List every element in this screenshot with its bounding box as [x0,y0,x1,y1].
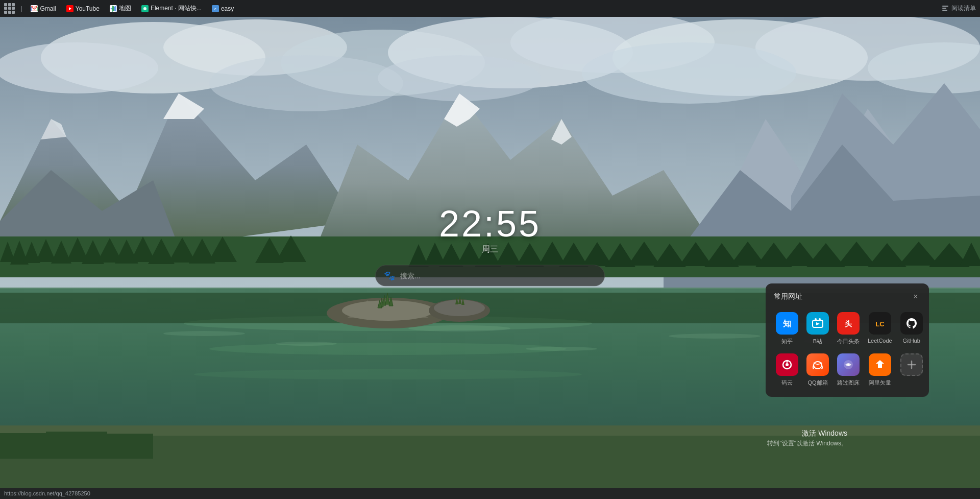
win-activate-subtitle: 转到"设置"以激活 Windows。 [767,439,847,448]
site-item-alicloud[interactable]: 阿里矢量 [866,351,894,389]
search-bar-container[interactable]: 🐾 [375,265,605,286]
search-paw-icon: 🐾 [384,270,395,281]
bilibili-icon [806,312,829,335]
svg-point-117 [847,364,849,366]
github-icon [900,312,923,335]
site-item-guochuang[interactable]: 路过图床 [835,351,862,389]
svg-point-70 [163,331,245,336]
svg-rect-92 [46,432,107,459]
svg-point-113 [786,363,789,366]
alicloud-icon [869,353,891,376]
svg-point-2 [0,42,158,93]
status-url-text: https://blog.csdn.net/qq_42785250 [4,490,90,496]
svg-marker-109 [816,322,820,325]
svg-point-72 [408,325,510,331]
svg-point-73 [526,347,597,351]
svg-point-107 [815,318,817,320]
bookmark-maps[interactable]: 地图 [106,3,135,14]
bookmark-gmail[interactable]: Gmail [27,4,59,14]
bilibili-label: B站 [813,338,822,345]
alicloud-label: 阿里矢量 [869,379,891,387]
panel-close-button[interactable]: × [911,292,921,302]
panel-header: 常用网址 × [774,292,921,302]
svg-text:LC: LC [875,320,885,328]
site-item-add[interactable]: + [898,351,925,389]
center-widget: 22:55 周三 🐾 [375,205,605,286]
site-item-muyun[interactable]: 码云 [774,351,800,389]
site-item-github[interactable]: GitHub [898,310,925,347]
windows-activation-notice: 激活 Windows 转到"设置"以激活 Windows。 [767,429,847,448]
svg-rect-104 [942,10,947,11]
site-item-toutiao[interactable]: 头 今日头条 [835,310,862,347]
site-item-bilibili[interactable]: B站 [804,310,831,347]
toutiao-label: 今日头条 [837,338,860,345]
reading-list-button[interactable]: 阅读清单 [941,4,976,13]
date-display: 周三 [482,244,498,254]
add-site-icon [900,353,923,376]
browser-bar-right: 阅读清单 [941,4,976,13]
svg-text:知: 知 [782,319,791,328]
sites-grid: 知 知乎 B站 头 今日头条 [774,310,921,389]
svg-text:头: 头 [844,320,852,328]
bookmark-youtube[interactable]: YouTube [63,4,103,14]
clock-display: 22:55 [439,205,541,242]
search-input[interactable] [400,271,596,279]
panel-title: 常用网址 [774,292,802,301]
svg-point-12 [582,42,796,104]
svg-point-10 [209,55,403,111]
zhihu-icon: 知 [776,312,798,335]
common-sites-panel: 常用网址 × 知 知乎 B站 [766,283,929,397]
qqmail-icon [806,353,829,376]
guochuang-icon [837,353,860,376]
status-bar: https://blog.csdn.net/qq_42785250 [0,488,980,499]
win-activate-title: 激活 Windows [767,429,847,438]
svg-rect-103 [942,8,946,9]
svg-point-71 [276,342,337,346]
leetcode-label: LeetCode [868,338,892,344]
bookmarks-bar: | Gmail Y [4,3,237,14]
svg-point-115 [814,362,822,369]
qqmail-label: QQ邮箱 [807,379,827,387]
site-item-zhihu[interactable]: 知 知乎 [774,310,800,347]
svg-rect-93 [102,434,153,459]
muyun-label: 码云 [781,379,793,387]
zhihu-label: 知乎 [781,338,793,345]
svg-point-67 [209,343,567,355]
site-item-leetcode[interactable]: LC LeetCode [866,310,894,347]
svg-point-74 [669,334,761,339]
browser-toolbar: | Gmail Y [0,0,980,17]
apps-button[interactable] [4,3,15,14]
github-label: GitHub [903,338,920,344]
toutiao-icon: 头 [837,312,860,335]
svg-point-99 [143,7,146,10]
bookmark-element[interactable]: Element · 网站快... [138,3,205,14]
muyun-icon [776,353,798,376]
svg-text:e: e [214,7,216,11]
leetcode-icon: LC [869,312,891,335]
bookmark-easy[interactable]: e easy [208,4,237,14]
svg-point-108 [819,318,821,320]
svg-rect-91 [0,433,51,459]
svg-rect-102 [942,6,948,7]
site-item-qqmail[interactable]: QQ邮箱 [804,351,831,389]
add-site-label: + [910,379,913,385]
guochuang-label: 路过图床 [837,379,860,387]
svg-point-68 [194,369,582,379]
